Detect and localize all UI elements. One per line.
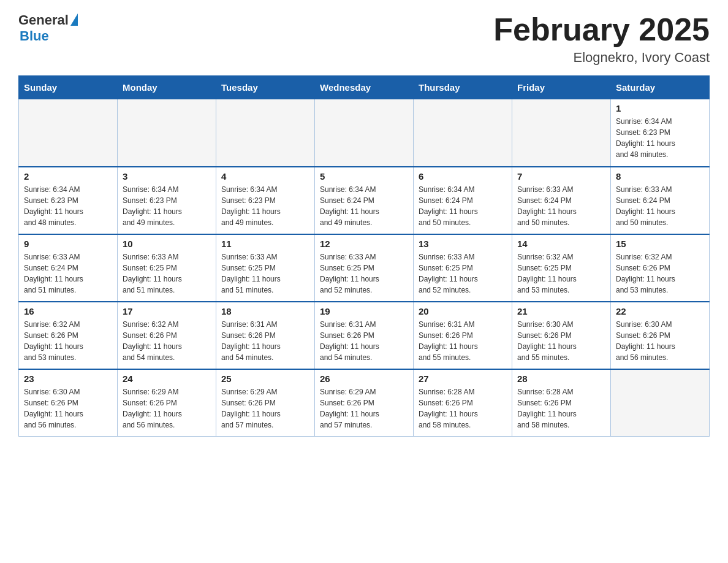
day-number: 13 (419, 239, 507, 249)
calendar-cell: 26Sunrise: 6:29 AM Sunset: 6:26 PM Dayli… (315, 369, 414, 437)
day-number: 17 (123, 306, 211, 316)
day-number: 26 (320, 373, 408, 384)
day-info: Sunrise: 6:30 AM Sunset: 6:26 PM Dayligh… (24, 386, 112, 431)
day-number: 3 (123, 171, 211, 182)
day-info: Sunrise: 6:34 AM Sunset: 6:23 PM Dayligh… (221, 184, 309, 228)
day-info: Sunrise: 6:30 AM Sunset: 6:26 PM Dayligh… (517, 319, 605, 363)
calendar-week-row: 16Sunrise: 6:32 AM Sunset: 6:26 PM Dayli… (19, 302, 710, 369)
calendar-cell (414, 99, 512, 167)
day-info: Sunrise: 6:34 AM Sunset: 6:24 PM Dayligh… (320, 184, 408, 228)
day-info: Sunrise: 6:29 AM Sunset: 6:26 PM Dayligh… (221, 386, 309, 431)
day-number: 24 (123, 373, 211, 384)
day-info: Sunrise: 6:34 AM Sunset: 6:23 PM Dayligh… (24, 184, 112, 228)
calendar-header-sunday: Sunday (19, 76, 118, 99)
day-info: Sunrise: 6:34 AM Sunset: 6:24 PM Dayligh… (419, 184, 507, 228)
day-number: 14 (517, 239, 605, 249)
location: Elognekro, Ivory Coast (493, 50, 710, 66)
calendar-cell: 19Sunrise: 6:31 AM Sunset: 6:26 PM Dayli… (315, 302, 414, 369)
calendar-header-wednesday: Wednesday (315, 76, 414, 99)
logo-blue-text: Blue (20, 28, 49, 44)
day-number: 28 (517, 373, 605, 384)
day-info: Sunrise: 6:28 AM Sunset: 6:26 PM Dayligh… (419, 386, 507, 431)
calendar-cell: 10Sunrise: 6:33 AM Sunset: 6:25 PM Dayli… (118, 234, 216, 302)
calendar-week-row: 9Sunrise: 6:33 AM Sunset: 6:24 PM Daylig… (19, 234, 710, 302)
calendar-cell: 4Sunrise: 6:34 AM Sunset: 6:23 PM Daylig… (216, 167, 315, 234)
calendar-cell: 12Sunrise: 6:33 AM Sunset: 6:25 PM Dayli… (315, 234, 414, 302)
logo-general-text: General (18, 12, 69, 28)
day-number: 8 (616, 171, 704, 182)
calendar-cell: 1Sunrise: 6:34 AM Sunset: 6:23 PM Daylig… (611, 99, 710, 167)
calendar-cell: 9Sunrise: 6:33 AM Sunset: 6:24 PM Daylig… (19, 234, 118, 302)
calendar-cell (512, 99, 611, 167)
calendar-cell: 20Sunrise: 6:31 AM Sunset: 6:26 PM Dayli… (414, 302, 512, 369)
day-info: Sunrise: 6:33 AM Sunset: 6:24 PM Dayligh… (616, 184, 704, 228)
logo: General Blue (18, 12, 78, 44)
calendar-cell: 14Sunrise: 6:32 AM Sunset: 6:25 PM Dayli… (512, 234, 611, 302)
day-info: Sunrise: 6:29 AM Sunset: 6:26 PM Dayligh… (320, 386, 408, 431)
day-number: 6 (419, 171, 507, 182)
calendar-cell: 17Sunrise: 6:32 AM Sunset: 6:26 PM Dayli… (118, 302, 216, 369)
calendar-header-monday: Monday (118, 76, 216, 99)
calendar-cell (216, 99, 315, 167)
day-number: 10 (123, 239, 211, 249)
day-info: Sunrise: 6:31 AM Sunset: 6:26 PM Dayligh… (419, 319, 507, 363)
calendar-week-row: 2Sunrise: 6:34 AM Sunset: 6:23 PM Daylig… (19, 167, 710, 234)
day-info: Sunrise: 6:30 AM Sunset: 6:26 PM Dayligh… (616, 319, 704, 363)
day-number: 9 (24, 239, 112, 249)
calendar-cell (611, 369, 710, 437)
day-number: 21 (517, 306, 605, 316)
calendar-cell: 5Sunrise: 6:34 AM Sunset: 6:24 PM Daylig… (315, 167, 414, 234)
day-number: 7 (517, 171, 605, 182)
day-info: Sunrise: 6:33 AM Sunset: 6:25 PM Dayligh… (419, 251, 507, 296)
day-number: 23 (24, 373, 112, 384)
calendar-cell: 21Sunrise: 6:30 AM Sunset: 6:26 PM Dayli… (512, 302, 611, 369)
calendar-header-friday: Friday (512, 76, 611, 99)
day-number: 4 (221, 171, 309, 182)
day-info: Sunrise: 6:31 AM Sunset: 6:26 PM Dayligh… (320, 319, 408, 363)
day-info: Sunrise: 6:28 AM Sunset: 6:26 PM Dayligh… (517, 386, 605, 431)
calendar-cell: 28Sunrise: 6:28 AM Sunset: 6:26 PM Dayli… (512, 369, 611, 437)
calendar-cell (118, 99, 216, 167)
day-number: 16 (24, 306, 112, 316)
day-number: 18 (221, 306, 309, 316)
calendar-table: SundayMondayTuesdayWednesdayThursdayFrid… (18, 75, 710, 437)
calendar-cell: 24Sunrise: 6:29 AM Sunset: 6:26 PM Dayli… (118, 369, 216, 437)
day-info: Sunrise: 6:33 AM Sunset: 6:25 PM Dayligh… (221, 251, 309, 296)
calendar-cell: 13Sunrise: 6:33 AM Sunset: 6:25 PM Dayli… (414, 234, 512, 302)
logo-triangle-icon (70, 13, 78, 26)
day-number: 19 (320, 306, 408, 316)
day-number: 25 (221, 373, 309, 384)
calendar-week-row: 1Sunrise: 6:34 AM Sunset: 6:23 PM Daylig… (19, 99, 710, 167)
calendar-cell: 7Sunrise: 6:33 AM Sunset: 6:24 PM Daylig… (512, 167, 611, 234)
calendar-cell: 18Sunrise: 6:31 AM Sunset: 6:26 PM Dayli… (216, 302, 315, 369)
day-number: 1 (616, 103, 704, 113)
calendar-header-thursday: Thursday (414, 76, 512, 99)
calendar-cell: 6Sunrise: 6:34 AM Sunset: 6:24 PM Daylig… (414, 167, 512, 234)
day-info: Sunrise: 6:33 AM Sunset: 6:25 PM Dayligh… (123, 251, 211, 296)
page-header: General Blue February 2025 Elognekro, Iv… (18, 12, 710, 66)
day-info: Sunrise: 6:33 AM Sunset: 6:24 PM Dayligh… (24, 251, 112, 296)
calendar-cell: 3Sunrise: 6:34 AM Sunset: 6:23 PM Daylig… (118, 167, 216, 234)
calendar-header-tuesday: Tuesday (216, 76, 315, 99)
calendar-cell: 16Sunrise: 6:32 AM Sunset: 6:26 PM Dayli… (19, 302, 118, 369)
calendar-cell: 23Sunrise: 6:30 AM Sunset: 6:26 PM Dayli… (19, 369, 118, 437)
day-info: Sunrise: 6:29 AM Sunset: 6:26 PM Dayligh… (123, 386, 211, 431)
day-number: 5 (320, 171, 408, 182)
day-info: Sunrise: 6:32 AM Sunset: 6:25 PM Dayligh… (517, 251, 605, 296)
day-info: Sunrise: 6:32 AM Sunset: 6:26 PM Dayligh… (616, 251, 704, 296)
calendar-cell: 8Sunrise: 6:33 AM Sunset: 6:24 PM Daylig… (611, 167, 710, 234)
day-info: Sunrise: 6:34 AM Sunset: 6:23 PM Dayligh… (616, 116, 704, 160)
day-info: Sunrise: 6:32 AM Sunset: 6:26 PM Dayligh… (123, 319, 211, 363)
day-info: Sunrise: 6:33 AM Sunset: 6:24 PM Dayligh… (517, 184, 605, 228)
calendar-cell: 2Sunrise: 6:34 AM Sunset: 6:23 PM Daylig… (19, 167, 118, 234)
day-info: Sunrise: 6:34 AM Sunset: 6:23 PM Dayligh… (123, 184, 211, 228)
day-number: 15 (616, 239, 704, 249)
calendar-cell (19, 99, 118, 167)
day-number: 12 (320, 239, 408, 249)
day-info: Sunrise: 6:31 AM Sunset: 6:26 PM Dayligh… (221, 319, 309, 363)
day-info: Sunrise: 6:33 AM Sunset: 6:25 PM Dayligh… (320, 251, 408, 296)
calendar-cell (315, 99, 414, 167)
day-number: 27 (419, 373, 507, 384)
day-number: 11 (221, 239, 309, 249)
calendar-week-row: 23Sunrise: 6:30 AM Sunset: 6:26 PM Dayli… (19, 369, 710, 437)
